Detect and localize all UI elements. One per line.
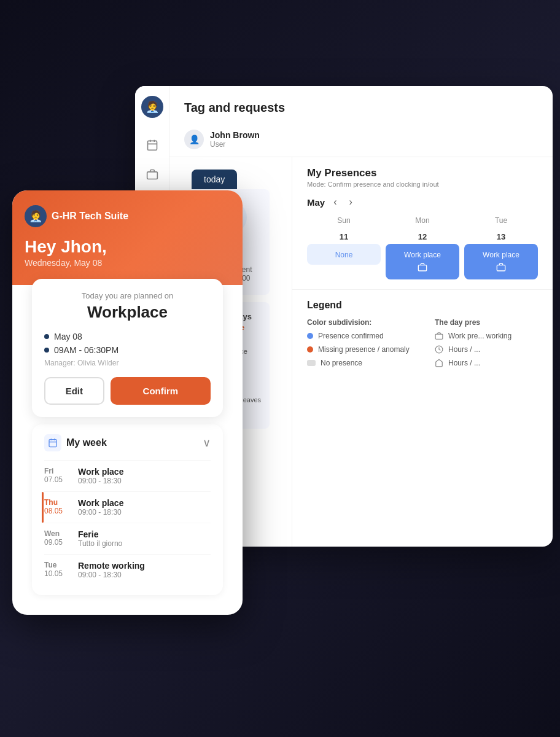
cal-day-13: 13 bbox=[464, 232, 538, 241]
dot-date bbox=[44, 334, 49, 339]
sidebar-icon-briefcase[interactable] bbox=[144, 166, 161, 183]
desktop-header: Tag and requests bbox=[169, 86, 553, 122]
briefcase-icon-13 bbox=[469, 262, 533, 275]
calendar-grid: Sun Mon Tue 11 None 12 bbox=[307, 216, 538, 279]
presences-mode: Mode: Confirm presence and clocking in/o… bbox=[307, 181, 538, 188]
sidebar-icon-calendar[interactable] bbox=[144, 136, 161, 154]
week-dd-thu: 08.05 bbox=[44, 507, 78, 515]
legend-confirmed-label: Presence confirmed bbox=[318, 332, 384, 340]
week-calendar-icon bbox=[44, 434, 61, 451]
legend-section: Legend Color subdivision: Presence confi… bbox=[292, 289, 553, 382]
chevron-down-icon[interactable]: ∨ bbox=[203, 436, 211, 450]
edit-button[interactable]: Edit bbox=[44, 377, 104, 405]
detail-time: 09AM - 06:30PM bbox=[54, 345, 119, 355]
cal-day-11: 11 bbox=[307, 232, 381, 241]
dot-red bbox=[307, 346, 313, 353]
color-subdivision-label: Color subdivision: bbox=[307, 318, 371, 327]
cal-day-12: 12 bbox=[386, 232, 459, 241]
legend-col-right: The day pres Work pre... working bbox=[435, 318, 538, 372]
week-date-wen: Wen 09.05 bbox=[44, 529, 78, 547]
app-name: G-HR Tech Suite bbox=[52, 211, 128, 222]
action-buttons: Edit Confirm bbox=[44, 377, 211, 405]
week-date-thu: Thu 08.05 bbox=[44, 498, 78, 515]
legend-item-no-presence: No presence bbox=[307, 359, 410, 367]
prev-month-button[interactable]: ‹ bbox=[330, 195, 340, 209]
cal-cell-work-13: Work place bbox=[464, 244, 538, 279]
mobile-card: 🧑‍💼 G-HR Tech Suite Hey Jhon, Wednesday,… bbox=[12, 190, 243, 615]
week-day-tue: Tue bbox=[44, 561, 78, 569]
legend-missing-label: Missing presence / anomaly bbox=[318, 345, 410, 354]
cal-cell-work-12: Work place bbox=[386, 244, 459, 279]
week-time-wen: Tutto il giorno bbox=[78, 539, 211, 548]
legend-right-1-label: Work pre... working bbox=[448, 332, 511, 340]
svg-rect-13 bbox=[497, 265, 505, 271]
legend-no-presence-label: No presence bbox=[321, 359, 362, 367]
month-label: May bbox=[307, 197, 325, 208]
day-pres-title: The day pres bbox=[435, 318, 480, 327]
week-info-fri: Work place 09:00 - 18:30 bbox=[78, 467, 211, 485]
user-role: User bbox=[210, 140, 260, 149]
mobile-logo-row: 🧑‍💼 G-HR Tech Suite bbox=[25, 205, 230, 227]
week-dd-tue: 10.05 bbox=[44, 569, 78, 578]
desktop-avatar: 🧑‍💼 bbox=[141, 96, 163, 118]
my-week-header: My week ∨ bbox=[44, 434, 211, 451]
week-row-thu: Thu 08.05 Work place 09:00 - 18:30 bbox=[44, 491, 211, 523]
mobile-greeting: Hey Jhon, bbox=[25, 237, 230, 257]
svg-rect-14 bbox=[435, 334, 443, 339]
confirm-button[interactable]: Confirm bbox=[111, 377, 211, 405]
user-avatar: 👤 bbox=[184, 130, 204, 149]
next-month-button[interactable]: › bbox=[346, 195, 356, 209]
svg-rect-0 bbox=[147, 141, 157, 150]
week-day-thu: Thu bbox=[44, 498, 78, 507]
week-type-fri: Work place bbox=[78, 467, 211, 477]
user-info-row: 👤 John Brown User bbox=[169, 122, 553, 157]
week-day-fri: Fri bbox=[44, 467, 78, 475]
week-type-thu: Work place bbox=[78, 498, 211, 508]
svg-rect-12 bbox=[418, 265, 426, 271]
legend-day-pres-label: The day pres bbox=[435, 318, 538, 327]
svg-rect-4 bbox=[147, 172, 157, 179]
today-tab: today bbox=[192, 170, 237, 189]
manager-text: Manager: Olivia Wilder bbox=[44, 359, 211, 367]
cal-header-mon: Mon bbox=[386, 216, 459, 227]
cal-header-sun: Sun bbox=[307, 216, 381, 227]
cal-label-none: None bbox=[335, 251, 353, 259]
cal-cell-11[interactable]: 11 None bbox=[307, 232, 381, 279]
cal-cell-13[interactable]: 13 Work place bbox=[464, 232, 538, 279]
legend-row: Color subdivision: Presence confirmed Mi… bbox=[307, 318, 538, 372]
detail-date: May 08 bbox=[54, 332, 82, 341]
week-date-tue: Tue 10.05 bbox=[44, 561, 78, 578]
week-day-wen: Wen bbox=[44, 529, 78, 538]
legend-right-3: Hours / ... bbox=[435, 359, 538, 367]
mobile-header: 🧑‍💼 G-HR Tech Suite Hey Jhon, Wednesday,… bbox=[12, 190, 243, 285]
legend-right-3-label: Hours / ... bbox=[448, 359, 480, 367]
legend-right-1: Work pre... working bbox=[435, 332, 538, 340]
legend-item-color-label: Color subdivision: bbox=[307, 318, 410, 327]
cal-cell-none: None bbox=[307, 244, 381, 265]
mobile-date: Wednesday, May 08 bbox=[25, 258, 230, 268]
week-info-tue: Remote working 09:00 - 18:30 bbox=[78, 561, 211, 579]
svg-rect-16 bbox=[49, 440, 56, 447]
week-row-fri: Fri 07.05 Work place 09:00 - 18:30 bbox=[44, 460, 211, 491]
user-name: John Brown bbox=[210, 130, 260, 140]
week-info-thu: Work place 09:00 - 18:30 bbox=[78, 498, 211, 517]
presences-title: My Presences bbox=[307, 167, 538, 179]
detail-date-row: May 08 bbox=[44, 332, 211, 341]
planned-text: Today you are planned on bbox=[44, 291, 211, 300]
cal-label-work-12: Work place bbox=[404, 251, 441, 259]
week-time-fri: 09:00 - 18:30 bbox=[78, 477, 211, 485]
dot-gray bbox=[307, 360, 316, 366]
week-dd-fri: 07.05 bbox=[44, 475, 78, 484]
cal-cell-12[interactable]: 12 Work place bbox=[386, 232, 459, 279]
dot-time bbox=[44, 348, 49, 353]
week-time-tue: 09:00 - 18:30 bbox=[78, 571, 211, 579]
month-nav: May ‹ › bbox=[307, 195, 538, 209]
legend-right-2: Hours / ... bbox=[435, 345, 538, 354]
week-time-thu: 09:00 - 18:30 bbox=[78, 508, 211, 517]
week-info-wen: Ferie Tutto il giorno bbox=[78, 529, 211, 548]
user-text: John Brown User bbox=[210, 130, 260, 149]
week-dd-wen: 09.05 bbox=[44, 538, 78, 547]
presences-section: My Presences Mode: Confirm presence and … bbox=[292, 157, 553, 289]
week-row-tue: Tue 10.05 Remote working 09:00 - 18:30 bbox=[44, 554, 211, 585]
briefcase-icon-12 bbox=[391, 262, 454, 275]
